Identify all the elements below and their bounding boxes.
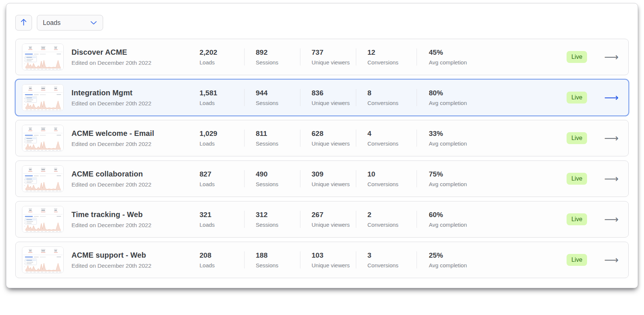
stat-sessions: 490 Sessions	[244, 170, 300, 187]
demo-info: Integration Mgmt Edited on December 20th…	[71, 89, 200, 107]
demo-title: ACME support - Web	[71, 251, 196, 260]
demo-edited-date: Edited on December 20th 2022	[71, 262, 196, 269]
demo-title: Discover ACME	[71, 48, 196, 57]
status-badge: Live	[567, 132, 587, 144]
stat-avg-completion-label: Avg completion	[429, 100, 567, 106]
arrow-right-icon: ⟶	[604, 133, 619, 143]
stat-sessions-value: 892	[256, 48, 300, 57]
stat-avg-completion: 45% Avg completion	[417, 48, 567, 66]
demo-thumbnail	[22, 165, 64, 192]
stat-loads-label: Loads	[200, 262, 244, 268]
stat-loads: 321 Loads	[200, 211, 244, 228]
stat-loads-label: Loads	[200, 59, 244, 66]
stat-avg-completion: 60% Avg completion	[417, 211, 567, 228]
stat-sessions-label: Sessions	[256, 181, 300, 187]
demo-edited-date: Edited on December 20th 2022	[71, 181, 196, 188]
stat-conversions: 10 Conversions	[356, 170, 417, 187]
open-demo-button[interactable]: ⟶	[604, 255, 619, 265]
open-demo-button[interactable]: ⟶	[604, 214, 619, 225]
demo-thumbnail	[22, 246, 64, 273]
demo-row[interactable]: ACME welcome - Email Edited on December …	[15, 120, 629, 156]
stat-conversions: 2 Conversions	[356, 211, 417, 228]
open-demo-button[interactable]: ⟶	[604, 52, 619, 62]
stat-unique-viewers-value: 267	[312, 211, 356, 219]
stat-unique-viewers-value: 737	[312, 48, 356, 57]
demo-edited-date: Edited on December 20th 2022	[71, 60, 196, 66]
stat-unique-viewers-value: 103	[312, 251, 356, 260]
stat-avg-completion: 33% Avg completion	[417, 130, 567, 147]
demo-info: Time tracking - Web Edited on December 2…	[71, 210, 200, 229]
status-badge: Live	[567, 173, 587, 185]
stat-unique-viewers-label: Unique viewers	[312, 100, 356, 106]
stat-conversions: 12 Conversions	[356, 48, 417, 66]
demo-row[interactable]: Discover ACME Edited on December 20th 20…	[15, 39, 629, 75]
demo-row[interactable]: Time tracking - Web Edited on December 2…	[15, 201, 629, 238]
stat-unique-viewers-label: Unique viewers	[312, 59, 356, 66]
status-badge: Live	[567, 92, 587, 104]
chevron-down-icon	[90, 19, 97, 27]
stat-sessions: 188 Sessions	[244, 251, 300, 268]
sort-by-value: Loads	[43, 19, 61, 27]
stat-avg-completion: 25% Avg completion	[417, 251, 567, 268]
demo-thumbnail	[22, 206, 64, 233]
stat-unique-viewers: 103 Unique viewers	[300, 251, 356, 268]
demo-title: Time tracking - Web	[71, 210, 196, 219]
stat-unique-viewers-label: Unique viewers	[312, 140, 356, 147]
stat-avg-completion: 75% Avg completion	[417, 170, 567, 187]
status-badge: Live	[567, 51, 587, 63]
stat-sessions: 312 Sessions	[244, 211, 300, 228]
stat-avg-completion-label: Avg completion	[429, 140, 567, 147]
stat-loads: 1,029 Loads	[200, 130, 244, 147]
stat-unique-viewers: 267 Unique viewers	[300, 211, 356, 228]
stat-loads-value: 321	[200, 211, 244, 219]
stat-conversions-label: Conversions	[367, 181, 417, 187]
stat-sessions-value: 188	[256, 251, 300, 260]
arrow-right-icon: ⟶	[604, 93, 619, 103]
stat-conversions: 3 Conversions	[356, 251, 417, 268]
demo-row[interactable]: Integration Mgmt Edited on December 20th…	[15, 79, 629, 116]
demo-info: ACME support - Web Edited on December 20…	[71, 251, 200, 269]
stat-conversions: 8 Conversions	[356, 89, 417, 106]
demo-edited-date: Edited on December 20th 2022	[71, 141, 196, 147]
stat-conversions-label: Conversions	[367, 262, 417, 268]
stat-loads: 2,202 Loads	[200, 48, 244, 66]
status-badge: Live	[567, 213, 587, 225]
stat-loads-label: Loads	[200, 100, 244, 106]
stat-unique-viewers: 836 Unique viewers	[300, 89, 356, 106]
open-demo-button[interactable]: ⟶	[604, 93, 619, 103]
stat-unique-viewers: 737 Unique viewers	[300, 48, 356, 66]
arrow-right-icon: ⟶	[604, 174, 619, 184]
stat-avg-completion-label: Avg completion	[429, 262, 567, 268]
stat-sessions-value: 312	[256, 211, 300, 219]
demo-list: Discover ACME Edited on December 20th 20…	[15, 39, 629, 278]
demo-row[interactable]: ACME support - Web Edited on December 20…	[15, 242, 629, 278]
stat-sessions-label: Sessions	[256, 222, 300, 228]
sort-toolbar: Loads	[15, 15, 629, 31]
demo-edited-date: Edited on December 20th 2022	[71, 222, 196, 229]
demo-title: Integration Mgmt	[71, 89, 196, 97]
demo-info: Discover ACME Edited on December 20th 20…	[71, 48, 200, 66]
stat-unique-viewers-label: Unique viewers	[312, 222, 356, 228]
stat-conversions-value: 2	[367, 211, 417, 219]
status-badge: Live	[567, 254, 587, 266]
demo-row[interactable]: ACME collaboration Edited on December 20…	[15, 160, 629, 197]
demo-title: ACME welcome - Email	[71, 129, 196, 138]
open-demo-button[interactable]: ⟶	[604, 133, 619, 143]
arrow-right-icon: ⟶	[604, 214, 619, 225]
open-demo-button[interactable]: ⟶	[604, 174, 619, 184]
sort-by-dropdown[interactable]: Loads	[37, 15, 103, 31]
stat-loads-label: Loads	[200, 222, 244, 228]
stat-avg-completion: 80% Avg completion	[417, 89, 567, 106]
sort-direction-button[interactable]	[15, 15, 32, 31]
stat-conversions-label: Conversions	[367, 222, 417, 228]
stat-avg-completion-value: 75%	[429, 170, 567, 178]
stat-loads-value: 208	[200, 251, 244, 260]
stat-conversions-label: Conversions	[367, 140, 417, 147]
demo-info: ACME welcome - Email Edited on December …	[71, 129, 200, 147]
demo-edited-date: Edited on December 20th 2022	[71, 100, 196, 107]
stat-unique-viewers-value: 628	[312, 130, 356, 138]
stat-loads: 208 Loads	[200, 251, 244, 268]
stat-conversions-value: 4	[367, 130, 417, 138]
stat-avg-completion-value: 60%	[429, 211, 567, 219]
stat-conversions-label: Conversions	[367, 100, 417, 106]
